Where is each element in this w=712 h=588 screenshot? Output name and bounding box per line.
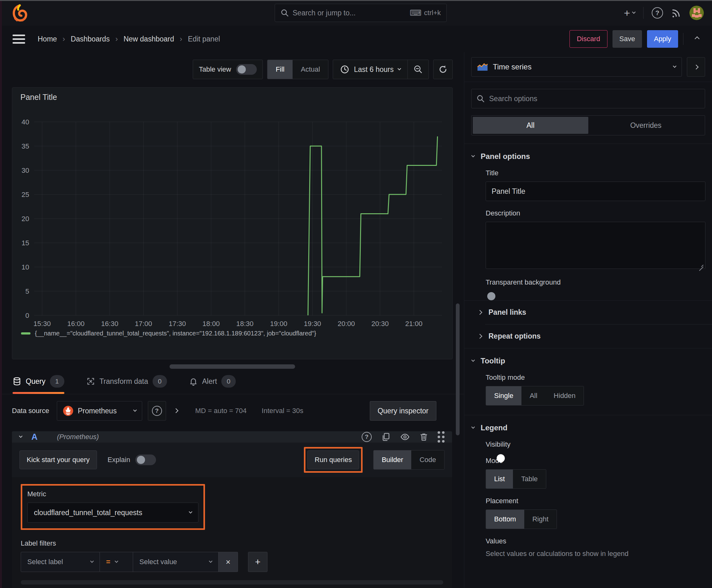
placement-bottom-option[interactable]: Bottom <box>486 510 524 529</box>
visualization-picker[interactable]: Time series <box>471 57 682 77</box>
breadcrumb-edit-panel: Edit panel <box>188 35 220 43</box>
kick-start-query-button[interactable]: Kick start your query <box>19 450 97 469</box>
fill-actual-segmented: Fill Actual <box>267 60 328 79</box>
duplicate-query-button[interactable] <box>381 432 390 442</box>
visualization-name: Time series <box>493 63 532 71</box>
help-button[interactable]: ? <box>652 7 663 19</box>
tooltip-header[interactable]: Tooltip <box>472 357 705 365</box>
panel-resize-handle[interactable] <box>170 364 295 369</box>
tooltip-mode-label: Tooltip mode <box>486 374 705 382</box>
delete-query-button[interactable] <box>419 432 428 442</box>
tooltip-hidden-option[interactable]: Hidden <box>546 386 584 405</box>
run-queries-button[interactable]: Run queries <box>307 450 359 469</box>
breadcrumb-dashboards[interactable]: Dashboards <box>71 35 110 43</box>
query-toolbar: Kick start your query Explain Run querie… <box>12 443 452 477</box>
horizontal-scrollbar[interactable] <box>21 580 443 585</box>
svg-text:30: 30 <box>22 166 29 174</box>
tab-transform-label: Transform data <box>100 377 148 386</box>
user-avatar[interactable] <box>689 6 704 20</box>
add-filter-button[interactable]: + <box>248 552 267 572</box>
select-value-dropdown[interactable]: Select value <box>133 552 218 572</box>
search-input[interactable] <box>293 9 406 17</box>
tab-transform-data[interactable]: Transform data 0 <box>86 375 167 394</box>
datasource-help-button[interactable]: ? <box>148 401 166 421</box>
menu-toggle-icon[interactable] <box>13 35 25 44</box>
builder-option[interactable]: Builder <box>373 450 411 469</box>
global-search[interactable]: ⌨ ctrl+k <box>275 4 447 22</box>
time-range-control: Last 6 hours <box>333 60 429 79</box>
query-help-button[interactable]: ? <box>362 432 372 442</box>
table-view-toggle[interactable] <box>236 64 257 75</box>
actual-option[interactable]: Actual <box>293 60 328 79</box>
tab-query[interactable]: Query 1 <box>13 375 64 394</box>
operator-dropdown[interactable]: = <box>100 552 133 572</box>
window-left-edge <box>0 0 2 588</box>
svg-text:20: 20 <box>22 215 29 223</box>
divider <box>683 33 684 45</box>
refresh-button[interactable] <box>433 60 453 79</box>
code-option[interactable]: Code <box>411 450 444 469</box>
legend-series-label: {__name__="cloudflared_tunnel_total_requ… <box>35 330 316 337</box>
fill-option[interactable]: Fill <box>267 60 293 79</box>
legend-list-option[interactable]: List <box>486 469 513 488</box>
window-top-edge <box>0 0 712 1</box>
panel-links-section[interactable]: Panel links <box>464 300 712 324</box>
query-datasource-hint: (Prometheus) <box>57 433 99 441</box>
grafana-logo[interactable] <box>12 4 28 22</box>
tab-alert-label: Alert <box>202 377 217 386</box>
chart-legend[interactable]: {__name__="cloudflared_tunnel_total_requ… <box>17 330 448 337</box>
placement-right-option[interactable]: Right <box>524 510 557 529</box>
query-inspector-button[interactable]: Query inspector <box>370 401 436 421</box>
breadcrumb: Home › Dashboards › New dashboard › Edit… <box>38 35 220 43</box>
add-new-button[interactable]: + <box>624 7 635 18</box>
metric-select[interactable]: cloudflared_tunnel_total_requests <box>27 503 198 523</box>
repeat-options-section[interactable]: Repeat options <box>464 324 712 348</box>
apply-button[interactable]: Apply <box>647 30 678 48</box>
help-icon: ? <box>652 7 663 19</box>
breadcrumb-separator: › <box>63 35 65 43</box>
keyboard-icon: ⌨ <box>410 8 422 18</box>
legend-table-option[interactable]: Table <box>513 469 546 488</box>
panel-title-input[interactable] <box>486 182 706 201</box>
panel-options-header[interactable]: Panel options <box>472 152 705 161</box>
zoom-out-button[interactable] <box>408 60 429 79</box>
query-row-header[interactable]: A (Prometheus) ? <box>12 431 452 443</box>
time-range-picker[interactable]: Last 6 hours <box>333 65 408 74</box>
legend-header[interactable]: Legend <box>472 423 705 432</box>
panel-toolbar: Table view Fill Actual Last 6 hours <box>0 60 453 79</box>
save-button[interactable]: Save <box>612 30 642 48</box>
breadcrumb-new-dashboard[interactable]: New dashboard <box>123 35 174 43</box>
tab-alert[interactable]: Alert 0 <box>189 375 236 394</box>
plus-icon: + <box>624 7 630 18</box>
svg-text:0: 0 <box>25 312 29 319</box>
remove-filter-button[interactable]: × <box>218 552 238 572</box>
query-options-expand[interactable] <box>172 408 180 413</box>
options-search-input[interactable] <box>489 94 700 103</box>
select-label-dropdown[interactable]: Select label <box>21 552 100 572</box>
datasource-picker[interactable]: Prometheus <box>57 401 142 421</box>
drag-handle-icon[interactable] <box>438 431 445 443</box>
breadcrumb-home[interactable]: Home <box>38 35 57 43</box>
tab-all[interactable]: All <box>473 117 588 134</box>
options-search[interactable] <box>471 89 705 108</box>
chevron-right-icon <box>173 408 178 413</box>
vertical-scrollbar[interactable] <box>456 303 459 435</box>
datasource-label: Data source <box>12 407 51 415</box>
legend-values-description: Select values or calculations to show in… <box>486 550 705 558</box>
toggle-visibility-button[interactable] <box>400 432 410 442</box>
tooltip-all-option[interactable]: All <box>521 386 545 405</box>
collapse-header-button[interactable] <box>692 33 703 45</box>
operator-value: = <box>106 558 110 566</box>
select-label-placeholder: Select label <box>27 558 86 566</box>
panel-options-pane: Time series All Overrides Panel options … <box>464 52 712 588</box>
tooltip-single-option[interactable]: Single <box>486 386 521 405</box>
explain-toggle[interactable] <box>135 455 156 465</box>
toggle-viz-picker-button[interactable] <box>687 57 705 77</box>
description-textarea[interactable] <box>486 222 706 269</box>
discard-button[interactable]: Discard <box>569 30 607 48</box>
editor-tabs: Query 1 Transform data 0 <box>0 369 464 394</box>
svg-text:25: 25 <box>22 191 29 198</box>
news-button[interactable] <box>671 8 681 18</box>
chevron-down-icon[interactable] <box>19 435 22 438</box>
tab-overrides[interactable]: Overrides <box>588 117 704 134</box>
